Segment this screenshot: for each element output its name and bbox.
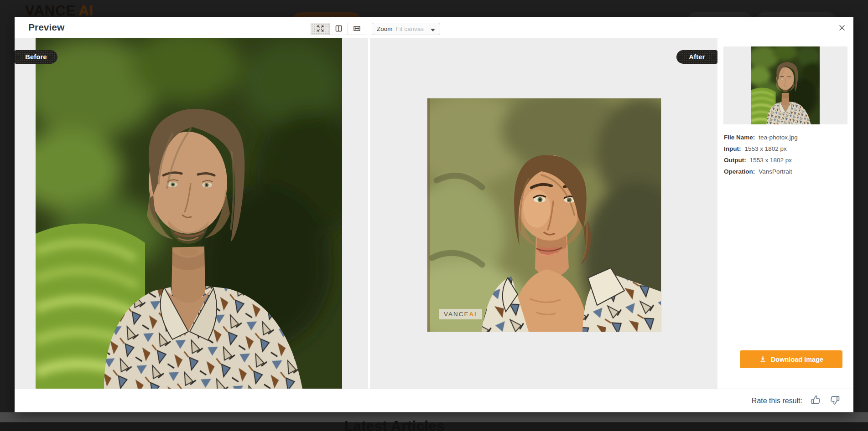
download-icon — [759, 355, 767, 364]
download-image-button[interactable]: Download Image — [740, 350, 842, 368]
modal-footer: Rate this result: — [15, 389, 853, 412]
modal-content: VANCE AI Before After File Name:tea-phot… — [15, 38, 853, 389]
output-size-label: Output: — [724, 157, 746, 164]
before-image — [36, 38, 342, 389]
before-badge: Before — [15, 50, 57, 64]
after-image-wrap: VANCE AI — [427, 98, 661, 332]
close-icon — [838, 24, 846, 33]
watermark-accent: AI — [469, 311, 478, 318]
file-name-row: File Name:tea-photox.jpg — [724, 132, 851, 143]
zoom-value: Fit canvas — [396, 26, 424, 32]
preview-modal: Preview — [15, 17, 853, 412]
input-size-row: Input:1553 x 1802 px — [724, 143, 851, 154]
operation-value: VansPortrait — [759, 168, 792, 175]
rate-result-label: Rate this result: — [752, 397, 802, 405]
after-image — [427, 98, 661, 332]
thumbs-up-button[interactable] — [809, 394, 823, 408]
slider-compare-icon — [353, 25, 361, 34]
fullscreen-view-button[interactable] — [311, 23, 329, 35]
modal-title: Preview — [28, 17, 64, 38]
file-info: File Name:tea-photox.jpg Input:1553 x 18… — [724, 132, 851, 177]
thumbs-down-button[interactable] — [828, 394, 842, 408]
site-logo-accent: AI — [78, 3, 94, 19]
file-name-value: tea-photox.jpg — [759, 134, 798, 141]
latest-articles-heading: Latest Articles — [344, 418, 445, 431]
view-mode-toolbar — [311, 23, 366, 35]
chevron-down-icon — [431, 25, 435, 33]
zoom-label: Zoom — [377, 26, 393, 32]
output-size-row: Output:1553 x 1802 px — [724, 154, 851, 166]
thumbnail-image — [751, 46, 820, 124]
file-name-label: File Name: — [724, 134, 755, 141]
input-size-value: 1553 x 1802 px — [744, 145, 786, 152]
info-sidebar: File Name:tea-photox.jpg Input:1553 x 18… — [717, 38, 853, 389]
after-panel: VANCE AI — [370, 38, 717, 389]
split-view-button[interactable] — [329, 23, 348, 35]
split-view-icon — [335, 25, 343, 34]
before-panel — [15, 38, 368, 389]
operation-label: Operation: — [724, 168, 755, 175]
thumbs-down-icon — [829, 394, 841, 407]
watermark-brand: VANCE — [444, 311, 469, 318]
operation-row: Operation:VansPortrait — [724, 166, 851, 177]
input-size-label: Input: — [724, 145, 741, 152]
after-badge: After — [676, 50, 717, 64]
watermark: VANCE AI — [439, 309, 482, 319]
expand-icon — [317, 25, 324, 34]
thumbnail-strip — [723, 46, 847, 124]
slider-compare-button[interactable] — [348, 23, 366, 35]
close-button[interactable] — [836, 22, 848, 34]
output-size-value: 1553 x 1802 px — [750, 157, 792, 164]
zoom-dropdown[interactable]: Zoom Fit canvas — [372, 23, 440, 35]
site-logo-text: VANCE — [25, 3, 76, 19]
thumbs-up-icon — [810, 394, 822, 407]
modal-header: Preview — [15, 17, 853, 38]
download-button-label: Download Image — [771, 356, 823, 363]
